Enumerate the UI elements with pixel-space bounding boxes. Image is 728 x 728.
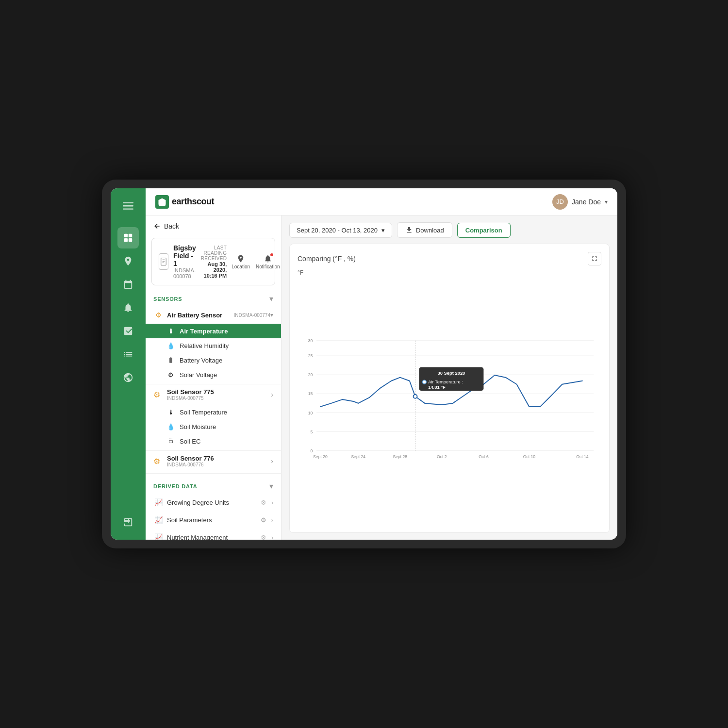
svg-rect-3 [124, 234, 128, 237]
soil-776-chevron-icon: › [271, 457, 273, 465]
chart-header: Comparing (°F , %) [298, 252, 601, 265]
soil-sensor-776-info: Soil Sensor 776 INDSMA-000776 [167, 455, 271, 467]
back-button[interactable]: Back [146, 215, 281, 234]
soil-temp-icon: 🌡 [167, 408, 175, 416]
user-name-label: Jane Doe [572, 198, 601, 206]
derived-item-growing-degree-actions: ⚙ › [261, 499, 273, 506]
battery-icon [167, 356, 175, 364]
nav-location-icon[interactable] [117, 250, 139, 272]
svg-rect-2 [123, 209, 133, 210]
derived-collapse-icon[interactable]: ▾ [269, 481, 273, 491]
svg-rect-0 [123, 202, 133, 203]
last-reading-label: LAST READING RECEIVED [201, 245, 227, 261]
svg-text:Oct 6: Oct 6 [479, 454, 489, 459]
derived-item-nutrient-label: Nutrient Management [167, 534, 257, 540]
sensor-item-label-air-temp: Air Temperature [180, 328, 228, 335]
nav-export-icon[interactable] [117, 512, 139, 533]
nav-list-icon[interactable] [117, 344, 139, 365]
sensor-item-label-solar: Solar Voltage [180, 371, 217, 379]
svg-rect-6 [129, 238, 132, 242]
nav-bell-icon[interactable] [117, 297, 139, 318]
device-actions: Location Notification [232, 254, 281, 269]
svg-text:10: 10 [308, 411, 313, 415]
sensors-section-header: SENSORS ▾ [146, 289, 281, 306]
derived-item-growing-degree[interactable]: 📈 Growing Degree Units ⚙ › [146, 494, 281, 511]
nav-rail [111, 188, 146, 540]
soil-params-chevron-icon[interactable]: › [271, 516, 273, 524]
air-battery-group-header[interactable]: ⚙ Air Battery Sensor INDSMA-000774 ▾ [146, 306, 281, 324]
svg-text:Air Temperature :: Air Temperature : [428, 379, 463, 384]
soil-sensor-776-icon: ⚙ [153, 457, 163, 466]
nav-menu-icon[interactable] [117, 195, 139, 216]
derived-item-soil-parameters[interactable]: 📈 Soil Parameters ⚙ › [146, 511, 281, 529]
nav-dashboard-icon[interactable] [117, 227, 139, 248]
soil-sensor-776-header[interactable]: ⚙ Soil Sensor 776 INDSMA-000776 › [146, 451, 281, 471]
sensors-collapse-icon[interactable]: ▾ [269, 294, 273, 303]
location-label: Location [232, 264, 250, 269]
sensor-item-soil-temperature[interactable]: 🌡 Soil Temperature [146, 405, 281, 419]
derived-header: DERIVED DATA ▾ [146, 477, 281, 494]
device-meta: LAST READING RECEIVED Aug 30, 2020, 10:1… [201, 245, 227, 279]
chart-card: Comparing (°F , %) °F [289, 244, 610, 533]
soil-sensor-776-name: Soil Sensor 776 [167, 455, 271, 462]
nav-globe-icon[interactable] [117, 367, 139, 388]
logo-icon [155, 195, 169, 209]
growing-degree-gear-icon[interactable]: ⚙ [261, 499, 266, 506]
chart-svg: 0 5 10 15 20 25 30 Sept 20 Sept 24 Sep [298, 278, 601, 525]
sidebar-panel: Back Bigsby Fie [146, 215, 281, 540]
soil-sensor-775-info: Soil Sensor 775 INDSMA-000775 [167, 388, 271, 401]
svg-text:15: 15 [308, 391, 313, 396]
derived-item-growing-degree-label: Growing Degree Units [167, 499, 257, 506]
sensor-item-soil-ec[interactable]: Soil EC [146, 434, 281, 448]
app-logo: earthscout [155, 195, 214, 209]
sensor-group-id: INDSMA-000774 [233, 313, 270, 318]
svg-point-33 [414, 395, 417, 398]
soil-moisture-icon: 💧 [167, 423, 175, 430]
derived-item-nutrient-management[interactable]: 📈 Nutrient Management ⚙ › [146, 529, 281, 540]
humidity-icon: 💧 [167, 342, 175, 349]
svg-text:14.81 °F: 14.81 °F [428, 384, 446, 390]
derived-title: DERIVED DATA [153, 483, 197, 489]
sensor-item-soil-moisture[interactable]: 💧 Soil Moisture [146, 419, 281, 434]
chart-area: Sept 20, 2020 - Oct 13, 2020 ▾ Download … [281, 215, 617, 540]
main-content: earthscout JD Jane Doe ▾ [146, 188, 617, 540]
date-range-chevron-icon: ▾ [381, 227, 385, 234]
logo-text: earthscout [172, 197, 214, 207]
notification-action[interactable]: Notification [256, 254, 280, 269]
svg-text:Sept 24: Sept 24 [351, 454, 365, 459]
soil-sensor-775-id: INDSMA-000775 [167, 396, 271, 401]
nav-analytics-icon[interactable] [117, 320, 139, 342]
growing-degree-chevron-icon[interactable]: › [271, 499, 273, 506]
back-label: Back [164, 222, 179, 230]
sensor-item-label-soil-moisture: Soil Moisture [180, 423, 216, 430]
nutrient-gear-icon[interactable]: ⚙ [261, 534, 266, 540]
svg-point-36 [422, 380, 426, 384]
sensor-item-label-soil-ec: Soil EC [180, 438, 200, 445]
derived-item-soil-params-actions: ⚙ › [261, 516, 273, 524]
user-menu[interactable]: JD Jane Doe ▾ [552, 194, 608, 210]
solar-icon: ⚙ [167, 371, 175, 379]
svg-text:0: 0 [311, 448, 313, 453]
svg-rect-7 [161, 258, 166, 265]
svg-text:Oct 10: Oct 10 [523, 454, 536, 459]
soil-params-gear-icon[interactable]: ⚙ [261, 516, 266, 524]
soil-sensor-775-header[interactable]: ⚙ Soil Sensor 775 INDSMA-000775 › [146, 384, 281, 405]
location-action[interactable]: Location [232, 254, 250, 269]
sensor-item-solar-voltage[interactable]: ⚙ Solar Voltage [146, 367, 281, 382]
nutrient-chevron-icon[interactable]: › [271, 534, 273, 540]
download-button[interactable]: Download [397, 222, 452, 238]
sensor-item-relative-humidity[interactable]: 💧 Relative Humidity [146, 338, 281, 353]
notification-dot [270, 253, 273, 256]
user-chevron-icon: ▾ [605, 199, 608, 205]
derived-item-nutrient-actions: ⚙ › [261, 534, 273, 540]
page-body: Back Bigsby Fie [146, 215, 617, 540]
sensor-item-battery-voltage[interactable]: Battery Voltage [146, 353, 281, 367]
comparison-button[interactable]: Comparison [457, 223, 511, 238]
nav-calendar-icon[interactable] [117, 274, 139, 295]
svg-text:20: 20 [308, 372, 313, 377]
date-range-picker[interactable]: Sept 20, 2020 - Oct 13, 2020 ▾ [289, 223, 392, 238]
chart-expand-button[interactable] [588, 252, 601, 265]
svg-text:Sept 28: Sept 28 [393, 454, 407, 459]
sensor-item-label-battery: Battery Voltage [180, 357, 222, 364]
sensor-item-air-temperature[interactable]: 🌡 Air Temperature [146, 324, 281, 338]
